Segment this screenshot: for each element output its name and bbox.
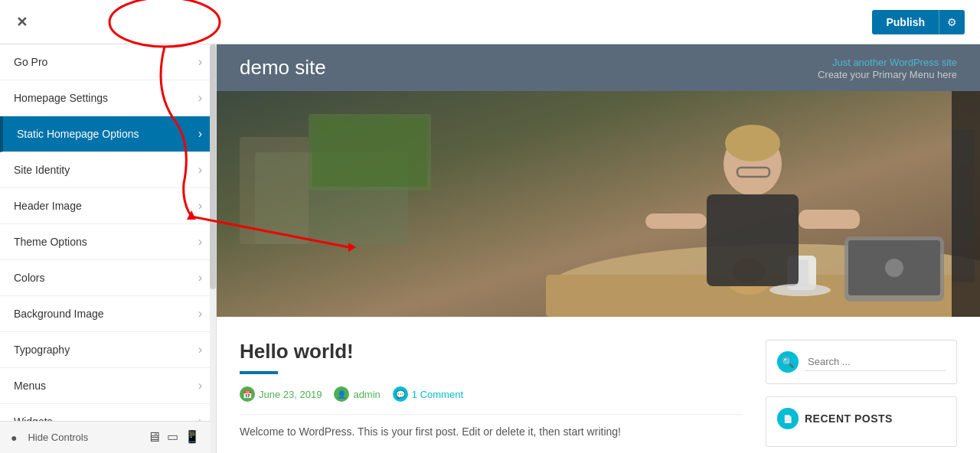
recent-posts-title: RECENT POSTS xyxy=(805,412,893,425)
post-comments-meta: 💬 1 Comment xyxy=(393,386,463,402)
date-icon: 📅 xyxy=(240,386,255,402)
comments-icon: 💬 xyxy=(393,386,408,402)
sidebar-item-site-identity[interactable]: Site Identity › xyxy=(0,152,216,188)
site-menu-text: Create your Primary Menu here xyxy=(818,69,957,80)
sidebar-item-label: Site Identity xyxy=(14,164,70,176)
sidebar-item-header-image[interactable]: Header Image › xyxy=(0,188,216,224)
chevron-right-icon: › xyxy=(198,343,202,357)
svg-rect-19 xyxy=(645,213,707,229)
sidebar-item-label: Homepage Settings xyxy=(14,92,108,104)
sidebar-item-label: Static Homepage Options xyxy=(17,128,139,140)
chevron-right-icon: › xyxy=(198,235,202,249)
main-content: Hello world! 📅 June 23, 2019 👤 admin 💬 xyxy=(240,340,743,447)
sidebar-item-label: Go Pro xyxy=(14,56,47,68)
close-button[interactable]: ✕ xyxy=(8,8,35,36)
preview-area: demo site Just another WordPress site Cr… xyxy=(217,44,980,453)
sidebar-item-theme-options[interactable]: Theme Options › xyxy=(0,224,216,260)
chevron-right-icon: › xyxy=(198,307,202,321)
svg-rect-27 xyxy=(952,129,975,282)
publish-button[interactable]: Publish xyxy=(872,10,939,34)
mobile-icon[interactable]: 📱 xyxy=(185,429,200,445)
sidebar-item-label: Menus xyxy=(14,380,46,392)
sidebar-item-homepage-settings[interactable]: Homepage Settings › xyxy=(0,80,216,116)
search-widget: 🔍 xyxy=(766,340,957,384)
close-icon: ✕ xyxy=(16,14,28,31)
sidebar-item-go-pro[interactable]: Go Pro › xyxy=(0,44,216,80)
widget-title-row: 📄 RECENT POSTS xyxy=(777,408,946,429)
recent-posts-widget: 📄 RECENT POSTS xyxy=(766,396,957,447)
post-author-meta: 👤 admin xyxy=(334,386,380,402)
site-tagline-area: Just another WordPress site Create your … xyxy=(818,55,957,80)
post-meta: 📅 June 23, 2019 👤 admin 💬 1 Comment xyxy=(240,386,743,402)
svg-rect-23 xyxy=(240,137,309,244)
author-icon: 👤 xyxy=(334,386,349,402)
chevron-right-icon: › xyxy=(198,163,202,177)
post-title-underline xyxy=(240,371,278,374)
svg-point-16 xyxy=(725,125,780,161)
hide-controls-label[interactable]: Hide Controls xyxy=(28,432,88,443)
sidebar-item-typography[interactable]: Typography › xyxy=(0,332,216,368)
search-icon: 🔍 xyxy=(777,351,799,373)
sidebar-item-menus[interactable]: Menus › xyxy=(0,368,216,404)
post-comments: 1 Comment xyxy=(412,389,463,400)
bottom-bar: ● Hide Controls 🖥 ▭ 📱 xyxy=(0,421,211,453)
chevron-right-icon: › xyxy=(198,55,202,69)
gear-button[interactable]: ⚙ xyxy=(939,10,965,34)
chevron-right-icon: › xyxy=(198,91,202,105)
svg-rect-17 xyxy=(707,194,799,286)
post-excerpt: Welcome to WordPress. This is your first… xyxy=(240,414,743,438)
search-row: 🔍 xyxy=(777,351,946,373)
site-title: demo site xyxy=(240,56,326,80)
sidebar-item-label: Typography xyxy=(14,344,70,356)
recent-posts-icon: 📄 xyxy=(777,408,799,429)
tablet-icon[interactable]: ▭ xyxy=(167,429,178,445)
svg-point-21 xyxy=(769,284,831,296)
chevron-right-icon: › xyxy=(198,127,202,141)
sidebar-item-static-homepage-options[interactable]: Static Homepage Options › xyxy=(0,116,216,152)
svg-rect-25 xyxy=(312,118,427,187)
device-icons-group: 🖥 ▭ 📱 xyxy=(147,429,200,445)
site-header: demo site Just another WordPress site Cr… xyxy=(217,44,980,91)
post-author: admin xyxy=(353,389,380,400)
sidebar-item-label: Theme Options xyxy=(14,236,87,248)
post-excerpt-text: Welcome to WordPress. This is your first… xyxy=(240,425,743,438)
chevron-right-icon: › xyxy=(198,271,202,285)
svg-point-10 xyxy=(885,259,903,277)
post-date-meta: 📅 June 23, 2019 xyxy=(240,386,322,402)
site-tagline: Just another WordPress site xyxy=(832,57,957,68)
hero-image xyxy=(217,91,980,317)
sidebar-item-label: Header Image xyxy=(14,200,82,212)
scrollbar[interactable] xyxy=(210,44,216,453)
content-body: Hello world! 📅 June 23, 2019 👤 admin 💬 xyxy=(217,317,980,453)
sidebar-item-background-image[interactable]: Background Image › xyxy=(0,296,216,332)
hide-eye-icon: ● xyxy=(11,432,17,444)
svg-rect-18 xyxy=(799,210,860,229)
post-date: June 23, 2019 xyxy=(259,389,322,400)
sidebar-item-label: Colors xyxy=(14,272,44,284)
scroll-thumb xyxy=(210,44,216,289)
post-title: Hello world! xyxy=(240,340,743,363)
widget-sidebar: 🔍 📄 RECENT POSTS xyxy=(766,340,957,447)
chevron-right-icon: › xyxy=(198,379,202,393)
sidebar-item-colors[interactable]: Colors › xyxy=(0,260,216,296)
desktop-icon[interactable]: 🖥 xyxy=(147,429,161,445)
sidebar-item-label: Background Image xyxy=(14,308,104,320)
chevron-right-icon: › xyxy=(198,199,202,213)
search-input[interactable] xyxy=(805,353,946,371)
